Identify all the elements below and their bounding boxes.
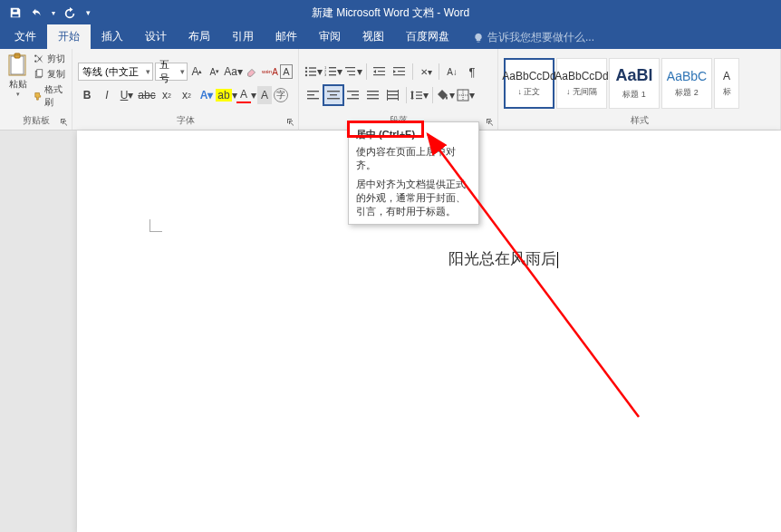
character-border-button[interactable]: A [280,64,293,79]
clear-formatting-button[interactable] [245,63,260,81]
align-distributed-button[interactable] [384,86,402,104]
svg-rect-39 [387,94,399,95]
tooltip-line2: 居中对齐为文档提供正式的外观，通常用于封面、引言，有时用于标题。 [356,178,471,218]
align-center-button[interactable] [324,86,342,104]
scissors-icon [34,53,44,64]
highlight-button[interactable]: ab▾ [217,86,236,104]
tab-file[interactable]: 文件 [4,24,47,49]
phonetic-guide-button[interactable]: wénA [262,63,278,81]
tab-layout[interactable]: 布局 [178,24,221,49]
format-painter-button[interactable]: 格式刷 [34,83,66,109]
grow-font-button[interactable]: A▴ [189,63,205,81]
style-heading2[interactable]: AaBbC 标题 2 [661,58,712,109]
tell-me-search[interactable]: 告诉我您想要做什么... [468,26,600,49]
svg-rect-19 [349,74,355,75]
align-left-button[interactable] [304,86,323,104]
svg-text:3: 3 [324,73,327,77]
style-more[interactable]: A 标 [714,58,739,109]
tab-baidu[interactable]: 百度网盘 [395,24,460,49]
copy-button[interactable]: 复制 [34,68,66,81]
paint-bucket-icon [437,89,449,102]
clipboard-dialog-launcher[interactable] [59,117,70,128]
svg-rect-32 [347,91,359,92]
underline-button[interactable]: U▾ [118,86,136,104]
align-justify-button[interactable] [364,86,382,104]
ribbon-tabs: 文件 开始 插入 设计 布局 引用 邮件 审阅 视图 百度网盘 告诉我您想要做什… [0,25,781,49]
character-shading-button[interactable]: A [257,86,272,104]
tab-home[interactable]: 开始 [47,24,91,49]
font-dialog-launcher[interactable] [285,117,296,128]
multilevel-list-button[interactable]: ▾ [344,63,362,81]
svg-rect-29 [327,91,340,92]
style-normal[interactable]: AaBbCcDd ↓ 正文 [504,58,554,109]
svg-rect-36 [367,94,379,95]
multilevel-icon [344,65,357,78]
svg-rect-21 [378,71,385,72]
decrease-indent-button[interactable] [371,63,389,81]
paste-button[interactable]: 粘贴 ▾ [5,53,32,98]
change-case-button[interactable]: Aa▾ [225,63,243,81]
eraser-icon [246,65,258,78]
tab-review[interactable]: 审阅 [308,24,352,49]
undo-dropdown[interactable]: ▾ [49,3,58,23]
style-no-spacing[interactable]: AaBbCcDd ↓ 无间隔 [556,58,607,109]
numbering-icon: 123 [324,65,337,78]
subscript-button[interactable]: x2 [158,86,176,104]
svg-rect-43 [416,92,422,92]
redo-button[interactable] [60,3,80,23]
align-right-button[interactable] [344,86,362,104]
paragraph-dialog-launcher[interactable] [485,117,496,128]
shrink-font-button[interactable]: A▾ [207,63,222,81]
svg-rect-37 [367,98,379,99]
svg-rect-40 [387,98,399,99]
tab-mailings[interactable]: 邮件 [265,24,308,49]
increase-indent-button[interactable] [390,63,409,81]
svg-rect-42 [398,90,399,101]
asian-layout-button[interactable]: ✕▾ [417,63,435,81]
document-text[interactable]: 阳光总在风雨后 [448,248,558,269]
save-button[interactable] [5,3,25,23]
svg-rect-45 [416,98,422,99]
tab-references[interactable]: 引用 [221,24,265,49]
tab-design[interactable]: 设计 [134,24,178,49]
text-cursor [557,252,558,268]
svg-rect-41 [387,90,388,101]
style-heading1[interactable]: AaBl 标题 1 [609,58,660,109]
lightbulb-icon [473,33,484,44]
svg-rect-6 [309,67,316,68]
cut-button[interactable]: 剪切 [34,53,66,65]
svg-point-7 [305,71,307,73]
superscript-button[interactable]: x2 [178,86,196,104]
svg-rect-12 [329,67,336,68]
quick-access-toolbar: ▾ ▾ [0,3,94,23]
italic-button[interactable]: I [98,86,116,104]
line-spacing-button[interactable]: ▾ [410,86,429,104]
numbering-button[interactable]: 123▾ [324,63,342,81]
bold-button[interactable]: B [78,86,96,104]
tab-insert[interactable]: 插入 [91,24,134,49]
line-spacing-icon [410,89,423,102]
strikethrough-button[interactable]: abc [138,86,156,104]
svg-rect-20 [373,67,385,68]
svg-rect-44 [416,95,422,96]
text-effects-button[interactable]: A▾ [198,86,216,104]
font-size-combo[interactable]: 五号 [155,63,188,81]
font-color-button[interactable]: A▾ [237,86,256,104]
svg-rect-22 [373,74,385,75]
svg-point-9 [305,74,307,76]
bullets-button[interactable]: ▾ [304,63,323,81]
svg-rect-18 [347,71,355,72]
show-marks-button[interactable]: ¶ [463,63,481,81]
svg-rect-23 [393,67,405,68]
svg-rect-10 [309,74,316,75]
qat-customize[interactable]: ▾ [82,3,94,23]
undo-button[interactable] [27,3,47,23]
group-styles: AaBbCcDd ↓ 正文 AaBbCcDd ↓ 无间隔 AaBl 标题 1 A… [498,49,781,130]
sort-button[interactable]: A↓ [443,63,461,81]
enclose-characters-button[interactable]: 字 [274,88,288,102]
svg-rect-8 [309,71,316,72]
borders-button[interactable]: ▾ [457,86,475,104]
shading-button[interactable]: ▾ [437,86,455,104]
tab-view[interactable]: 视图 [352,24,395,49]
font-name-combo[interactable]: 等线 (中文正 [78,63,153,81]
